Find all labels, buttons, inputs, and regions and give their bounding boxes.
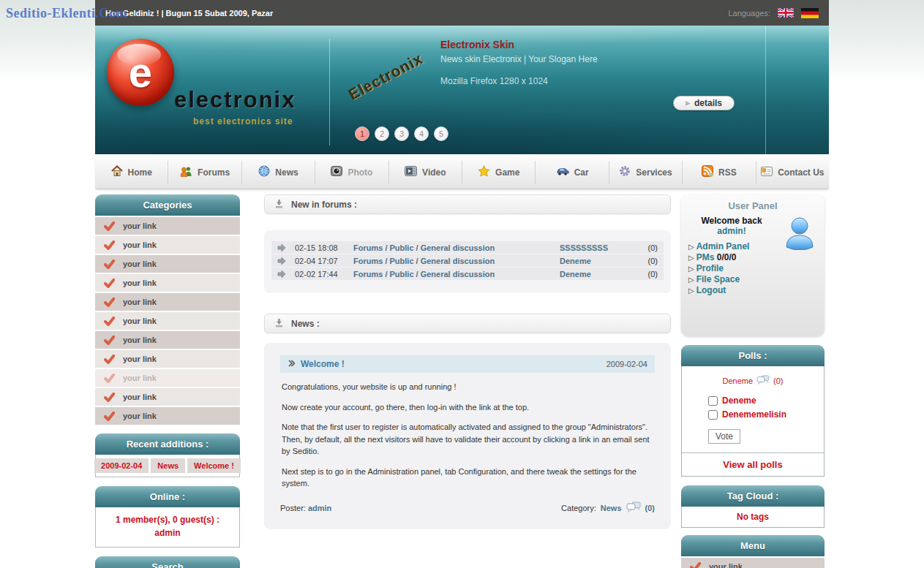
topic-arrow-icon [277, 243, 295, 252]
details-button[interactable]: ▶ details [673, 96, 735, 110]
link-list-item[interactable]: your link [95, 388, 240, 406]
main-container: Hos Geldiniz ! | Bugun 15 Subat 2009, Pa… [95, 0, 829, 568]
recent-additions-body: 2009-02-04 News Welcome ! [95, 455, 240, 477]
rss-icon [702, 165, 713, 179]
menu-list: your link [681, 558, 825, 568]
forums-section-title: New in forums : [291, 200, 357, 210]
page-number-5[interactable]: 5 [434, 126, 448, 141]
nav-item-car[interactable]: Car [536, 161, 609, 184]
link-label: your link [123, 298, 157, 306]
topic-path-link[interactable]: Forums / Public / General discussion [353, 257, 560, 265]
topic-path-link[interactable]: Forums / Public / General discussion [353, 243, 560, 252]
topic-title-link[interactable]: Deneme [560, 270, 637, 279]
link-list-item[interactable]: your link [95, 293, 240, 311]
poster-line: Poster: admin [280, 504, 331, 512]
vote-button[interactable]: Vote [708, 429, 740, 444]
services-gear-icon [619, 165, 631, 179]
nav-item-contact[interactable]: Contact Us [756, 161, 829, 184]
link-list-item[interactable]: your link [95, 255, 240, 273]
recent-title-link[interactable]: Welcome ! [187, 458, 241, 473]
news-globe-icon [258, 165, 270, 179]
poll-option-checkbox[interactable] [708, 410, 718, 420]
link-list-item[interactable]: your link [95, 331, 240, 349]
username-link[interactable]: admin! [688, 226, 775, 236]
file-space-link[interactable]: ▷File Space [688, 274, 817, 284]
checkmark-icon [104, 221, 115, 231]
online-panel: Online : 1 member(s), 0 guest(s) : admin [95, 486, 240, 548]
online-member-link[interactable]: admin [99, 526, 236, 539]
link-list-item[interactable]: your link [95, 369, 240, 387]
nav-item-photo[interactable]: Photo [315, 161, 388, 184]
topic-title-link[interactable]: Deneme [560, 257, 637, 265]
page-number-3[interactable]: 3 [394, 126, 409, 141]
nav-label: Photo [348, 167, 372, 178]
page-number-4[interactable]: 4 [414, 126, 429, 141]
nav-item-rss[interactable]: RSS [683, 161, 756, 184]
nav-item-video[interactable]: Video [389, 161, 462, 184]
topic-arrow-icon [277, 270, 295, 279]
nav-label: Forums [198, 167, 230, 178]
poll-option-checkbox[interactable] [708, 396, 718, 406]
profile-link[interactable]: ▷Profile [688, 263, 817, 273]
checkmark-icon [690, 562, 701, 568]
pms-link[interactable]: ▷PMs 0/0/0 [688, 252, 817, 262]
checkmark-icon [104, 241, 115, 250]
triangle-bullet-icon: ▷ [688, 265, 694, 273]
category-link[interactable]: News [601, 504, 622, 512]
german-flag-icon[interactable] [801, 8, 819, 18]
nav-item-forums[interactable]: Forums [168, 161, 241, 184]
language-switcher: Languages: [729, 8, 819, 18]
poll-option-label: Denememelisin [722, 409, 786, 420]
post-body: Congratulations, your website is up and … [280, 381, 655, 490]
forums-section-bar: New in forums : [264, 194, 671, 214]
link-list-item[interactable]: your link [95, 407, 240, 425]
checkmark-icon [104, 317, 115, 326]
comments-bubble-icon[interactable] [626, 501, 641, 515]
link-list-item[interactable]: your link [95, 312, 240, 330]
checkmark-icon [104, 355, 115, 364]
nav-item-home[interactable]: Home [95, 161, 168, 184]
poll-question: Deneme (0) [682, 375, 824, 387]
link-list-item[interactable]: your link [95, 274, 240, 292]
link-list-item[interactable]: your link [681, 558, 825, 568]
link-list-item[interactable]: your link [95, 217, 240, 235]
topic-title-link[interactable]: SSSSSSSSS [560, 243, 637, 252]
section-arrow-icon [274, 318, 284, 330]
tag-cloud-header: Tag Cloud : [681, 485, 825, 507]
recent-date-link[interactable]: 2009-02-04 [94, 458, 149, 473]
poll-options: Deneme Denememelisin [708, 395, 824, 420]
logout-link[interactable]: ▷Logout [688, 285, 817, 295]
topic-time: 02-15 18:08 [295, 243, 353, 252]
topic-time: 02-04 17:07 [295, 257, 353, 265]
link-list-item[interactable]: your link [95, 236, 240, 254]
topic-path-link[interactable]: Forums / Public / General discussion [353, 270, 560, 279]
comments-count-link[interactable]: (0) [645, 504, 655, 512]
game-star-icon [478, 165, 490, 179]
poster-link[interactable]: admin [308, 504, 331, 512]
triangle-bullet-icon: ▷ [688, 287, 694, 295]
view-all-polls-link[interactable]: View all polls [682, 452, 824, 476]
poll-comments-count[interactable]: (0) [773, 376, 783, 385]
link-label: your link [123, 260, 157, 268]
poll-question-link[interactable]: Deneme [722, 376, 753, 385]
uk-flag-icon[interactable] [778, 8, 794, 18]
nav-item-game[interactable]: Game [462, 161, 536, 184]
category-line: Category: News (0) [561, 501, 655, 515]
forum-row: 02-04 17:07 Forums / Public / General di… [271, 254, 664, 267]
link-label: your link [123, 221, 157, 230]
recent-category-link[interactable]: News [151, 458, 185, 473]
poll-option: Deneme [708, 395, 824, 406]
page-number-1[interactable]: 1 [355, 126, 369, 141]
nav-item-services[interactable]: Services [609, 161, 683, 184]
watermark: Seditio-Eklenti.Com [6, 6, 127, 21]
checkmark-icon [104, 393, 115, 402]
nav-item-news[interactable]: News [242, 161, 315, 184]
logo[interactable]: e [107, 39, 174, 106]
logo-letter: e [129, 51, 152, 94]
details-label: details [694, 98, 722, 108]
post-title-link[interactable]: Welcome ! [288, 359, 345, 369]
page-number-2[interactable]: 2 [375, 126, 389, 141]
poll-option: Denememelisin [708, 409, 824, 420]
comments-bubble-icon[interactable] [756, 375, 770, 387]
link-list-item[interactable]: your link [95, 350, 240, 368]
